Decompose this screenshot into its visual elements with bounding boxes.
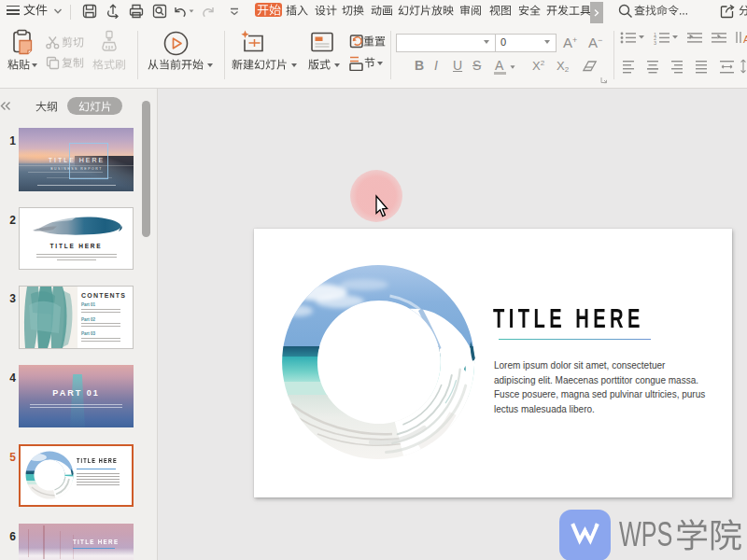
svg-text:3: 3	[654, 40, 656, 46]
svg-text:A: A	[743, 34, 747, 45]
